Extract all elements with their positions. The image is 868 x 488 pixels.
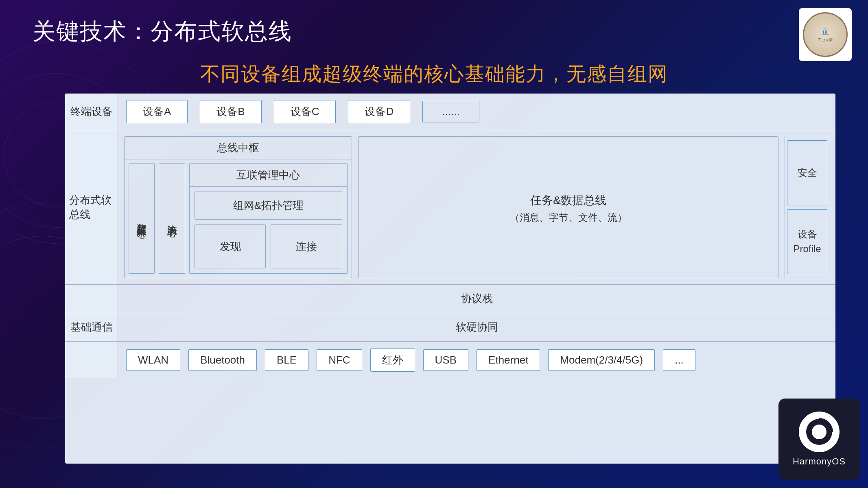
interconnect-section: 互联管理中心 组网&拓扑管理 发现 连接 [189, 163, 348, 274]
harmony-icon [801, 414, 837, 450]
diagram-container: 终端设备 设备A 设备B 设备C 设备D ...... 分布式软总线 总线中枢 … [65, 94, 835, 464]
bus-hub-inner: 数据与计算中心 决策中心 互联管理中心 组网&拓扑管理 发现 连接 [125, 159, 352, 278]
data-center: 数据与计算中心 [129, 163, 155, 274]
interconnect-title: 互联管理中心 [190, 164, 347, 187]
protocol-content: 协议栈 [118, 285, 835, 313]
school-logo: 🏛️ 工业大学 [799, 8, 852, 61]
device-profile-box: 设备 Profile [787, 209, 827, 274]
tech-nfc: NFC [317, 349, 362, 371]
tech-row: WLAN Bluetooth BLE NFC 红外 USB Ethernet M… [65, 342, 835, 378]
task-bus-subtitle: （消息、字节、文件、流） [510, 211, 627, 224]
device-b: 设备B [200, 100, 261, 123]
network-mgmt-box: 组网&拓扑管理 [195, 192, 342, 220]
protocol-label [65, 285, 118, 313]
tech-empty-label [65, 342, 118, 378]
subtitle: 不同设备组成超级终端的核心基础能力，无感自组网 [0, 61, 868, 87]
svg-point-2 [812, 425, 826, 439]
tech-wlan: WLAN [126, 349, 180, 371]
tech-ble: BLE [265, 349, 308, 371]
tech-bluetooth: Bluetooth [188, 349, 257, 371]
soft-hard-row: 基础通信 软硬协同 [65, 313, 835, 342]
right-col: 安全 设备 Profile [785, 136, 829, 278]
basic-comm-label: 基础通信 [65, 313, 118, 341]
tech-ethernet: Ethernet [477, 349, 540, 371]
protocol-bar: 协议栈 [118, 292, 835, 306]
harmony-logo: HarmonyOS [778, 399, 860, 480]
bus-content: 总线中枢 数据与计算中心 决策中心 互联管理中心 组网&拓扑管理 发现 [118, 130, 835, 284]
task-bus: 任务&数据总线 （消息、字节、文件、流） [358, 136, 778, 278]
interconnect-inner: 组网&拓扑管理 发现 连接 [190, 187, 347, 273]
safety-box: 安全 [787, 140, 827, 205]
bus-label: 分布式软总线 [65, 130, 118, 284]
tech-infrared: 红外 [370, 349, 415, 372]
harmony-text: HarmonyOS [793, 456, 846, 467]
devices-row: 终端设备 设备A 设备B 设备C 设备D ...... [65, 94, 835, 130]
discover-connect-row: 发现 连接 [195, 224, 342, 268]
bus-row: 分布式软总线 总线中枢 数据与计算中心 决策中心 互联管理中心 组网&拓扑管理 [65, 130, 835, 285]
task-bus-title: 任务&数据总线 [530, 190, 606, 211]
bus-hub: 总线中枢 数据与计算中心 决策中心 互联管理中心 组网&拓扑管理 发现 [124, 136, 352, 278]
device-dots: ...... [422, 101, 479, 122]
terminal-label: 终端设备 [65, 94, 118, 130]
protocol-row: 协议栈 [65, 285, 835, 313]
soft-hard-bar: 软硬协同 [118, 320, 835, 334]
connect-box: 连接 [271, 224, 342, 268]
decision-center: 决策中心 [159, 163, 185, 274]
logo-circle: 🏛️ 工业大学 [803, 12, 848, 57]
harmony-circle [799, 412, 840, 452]
device-d: 设备D [348, 100, 410, 123]
device-a: 设备A [126, 100, 188, 123]
soft-hard-content: 软硬协同 [118, 313, 835, 341]
tech-modem: Modem(2/3/4/5G) [548, 349, 655, 371]
page-title: 关键技术：分布式软总线 [33, 16, 292, 47]
tech-more: ... [663, 349, 695, 371]
bus-hub-title: 总线中枢 [125, 137, 352, 159]
tech-usb: USB [423, 349, 468, 371]
discover-box: 发现 [195, 224, 266, 268]
devices-content: 设备A 设备B 设备C 设备D ...... [118, 94, 835, 130]
tech-content: WLAN Bluetooth BLE NFC 红外 USB Ethernet M… [118, 342, 835, 378]
title-area: 关键技术：分布式软总线 [33, 16, 292, 47]
device-c: 设备C [274, 100, 336, 123]
